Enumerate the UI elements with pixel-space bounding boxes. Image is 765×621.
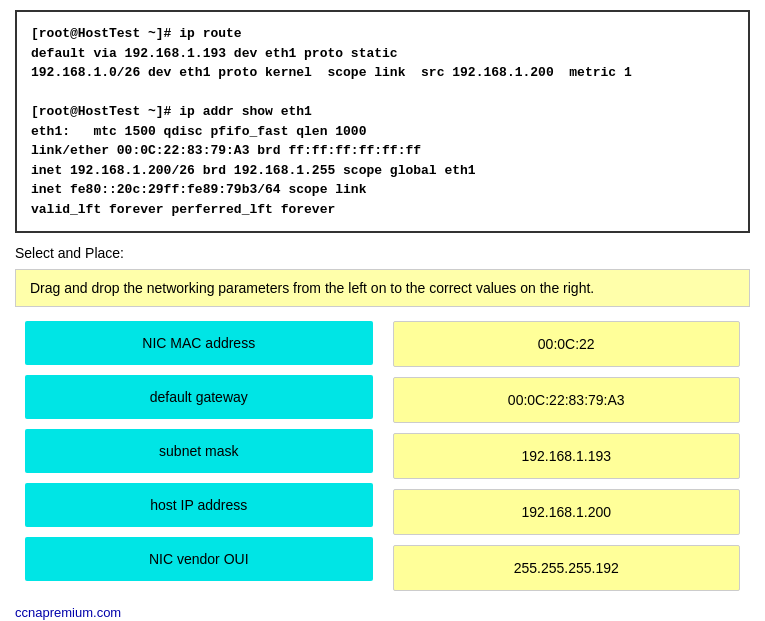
select-place-label: Select and Place: — [15, 245, 750, 261]
instruction-text: Drag and drop the networking parameters … — [30, 280, 594, 296]
left-item-nic-vendor-oui[interactable]: NIC vendor OUI — [25, 537, 373, 581]
left-item-nic-mac[interactable]: NIC MAC address — [25, 321, 373, 365]
left-column: NIC MAC addressdefault gatewaysubnet mas… — [25, 321, 373, 591]
footer: ccnapremium.com — [15, 605, 750, 620]
drag-drop-area: NIC MAC addressdefault gatewaysubnet mas… — [15, 321, 750, 591]
instruction-box: Drag and drop the networking parameters … — [15, 269, 750, 307]
terminal-content: [root@HostTest ~]# ip route default via … — [31, 24, 734, 219]
terminal-box: [root@HostTest ~]# ip route default via … — [15, 10, 750, 233]
left-item-host-ip[interactable]: host IP address — [25, 483, 373, 527]
right-item-val-2[interactable]: 00:0C:22:83:79:A3 — [393, 377, 741, 423]
footer-text: ccnapremium.com — [15, 605, 121, 620]
right-item-val-5[interactable]: 255.255.255.192 — [393, 545, 741, 591]
left-item-default-gateway[interactable]: default gateway — [25, 375, 373, 419]
right-item-val-1[interactable]: 00:0C:22 — [393, 321, 741, 367]
right-column: 00:0C:2200:0C:22:83:79:A3192.168.1.19319… — [393, 321, 741, 591]
right-item-val-3[interactable]: 192.168.1.193 — [393, 433, 741, 479]
left-item-subnet-mask[interactable]: subnet mask — [25, 429, 373, 473]
right-item-val-4[interactable]: 192.168.1.200 — [393, 489, 741, 535]
